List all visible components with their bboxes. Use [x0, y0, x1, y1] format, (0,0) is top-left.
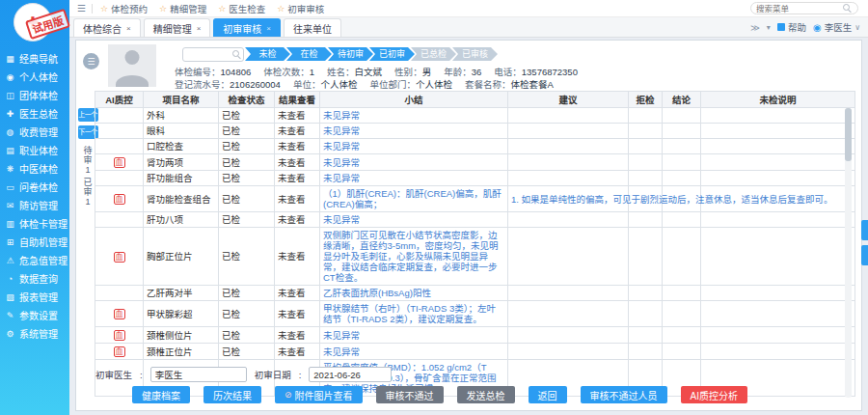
sidebar-item-label: 团体体检	[19, 88, 58, 102]
sidebar-item[interactable]: ✎ 参数设置	[0, 306, 69, 324]
not-checked-note-cell	[701, 139, 855, 154]
blood-alert-icon[interactable]: 血	[114, 330, 125, 341]
sidebar-item[interactable]: ⚙ 系统管理	[0, 324, 69, 343]
dock-collapse-tab[interactable]	[861, 220, 868, 240]
sidebar-item[interactable]: ◫ 团体体检	[0, 86, 69, 104]
action-button[interactable]: ⊘ 返回	[529, 386, 567, 403]
sidebar-item[interactable]: ❋ 中医体检	[0, 159, 69, 178]
person-list-toggle[interactable]: ☰	[83, 53, 99, 69]
table-row[interactable]: 血 肾功两项 已检 未查看 未见异常	[95, 154, 855, 171]
tab-close-icon[interactable]: ×	[126, 24, 131, 33]
table-row[interactable]: 血 肝功八项 已检 未查看 未见异常	[95, 212, 855, 228]
blood-alert-icon[interactable]: 血	[114, 157, 125, 168]
dock-collapse-tab[interactable]	[861, 245, 868, 265]
conclusion-cell	[663, 301, 701, 327]
tab-close-icon[interactable]: ×	[197, 24, 202, 33]
table-scrollbar-thumb[interactable]	[845, 108, 852, 161]
sidebar-item[interactable]: ▥ 体检卡管理	[0, 214, 69, 233]
patient-info-line1: 体检编号104806 体检次数1 姓名白文斌 性别男 年龄36	[175, 65, 578, 78]
sidebar-menu: ▦ 经典导航 ◉ 个人体检 ◫ 团体体检 ✚ 医生总检	[0, 49, 69, 343]
colon: :	[140, 370, 143, 380]
table-row[interactable]: 血 颈椎正位片 已检 未查看 未见异常	[95, 344, 855, 360]
not-checked-note-cell	[701, 286, 855, 301]
ai-qc-cell: 血	[95, 108, 144, 124]
table-row[interactable]: 血 颈椎侧位片 已检 未查看 未见异常	[95, 327, 855, 344]
sidebar-item-icon: ◍	[5, 127, 15, 137]
favorite-item[interactable]: ☆ 体检预约	[100, 2, 148, 15]
chevron-down-icon[interactable]: ▾	[767, 23, 771, 32]
favorite-item[interactable]: ☆ 精细管理	[159, 2, 206, 15]
hamburger-icon[interactable]: ☰	[77, 3, 86, 14]
blood-alert-icon[interactable]: 血	[114, 346, 125, 357]
check-status-cell: 已检	[219, 108, 275, 124]
table-row[interactable]: 血 甲状腺彩超 已检 未查看 甲状腺结节（右叶）（TI-RADS 3类）；左叶结…	[95, 301, 855, 327]
action-button[interactable]: ⊘ 审核不通过	[376, 386, 444, 403]
review-date-input[interactable]	[309, 367, 392, 382]
patient-avatar	[108, 44, 156, 87]
action-button[interactable]: ⊘ 附件图片查看	[275, 386, 363, 403]
menu-search-input[interactable]	[756, 4, 839, 14]
user-menu[interactable]: ◉ 李医生 ∨	[813, 20, 860, 34]
not-checked-note-cell	[701, 108, 855, 124]
table-row[interactable]: 血 眼科 已检 未查看 未见异常	[95, 124, 855, 139]
sidebar-item-label: 个人体检	[19, 69, 58, 84]
table-row[interactable]: 血 肝功能组合 已检 未查看 未见异常	[95, 171, 855, 186]
ai-qc-cell: 血	[95, 212, 144, 228]
table-header-cell: 小结	[320, 92, 508, 108]
action-button[interactable]: ⊘ 审核不通过人员	[581, 386, 667, 403]
table-row[interactable]: 血 胸部正位片 已检 未查看 双侧肺门区可见散在小结节状高密度影，边缘清晰，直径…	[95, 228, 855, 286]
action-button[interactable]: ⊘ 发送总检	[457, 386, 515, 403]
table-row[interactable]: 血 口腔检查 已检 未查看 未见异常	[95, 139, 855, 154]
tab-label: 体检综合	[83, 21, 122, 36]
tab[interactable]: 往来单位 ×	[284, 18, 341, 37]
overflow-tabs-icon[interactable]: ≫	[750, 22, 760, 33]
sidebar-item[interactable]: ▤ 职业体检	[0, 141, 69, 159]
sidebar-item[interactable]: ◔ 数据查询	[0, 269, 69, 288]
sidebar-item-icon: ✎	[5, 311, 15, 320]
check-status-cell: 已检	[219, 171, 275, 186]
patient-search-input[interactable]	[186, 50, 232, 60]
action-button-label: 附件图片查看	[295, 388, 353, 402]
action-button-label: AI质控分析	[691, 388, 738, 402]
ai-qc-cell: 血	[95, 154, 144, 171]
action-button[interactable]: ⊘ 健康档案	[132, 386, 190, 403]
help-button[interactable]: 帮助	[777, 20, 806, 34]
action-button[interactable]: ⊘ AI质控分析	[681, 386, 747, 403]
tab[interactable]: 体检综合 ×	[73, 18, 141, 37]
sidebar-item[interactable]: ◉ 个人体检	[0, 68, 69, 86]
blood-alert-icon[interactable]: 血	[114, 194, 125, 205]
info-field-value: 个人体检	[320, 79, 357, 90]
info-field: 单位部门个人体检	[369, 77, 452, 91]
table-row[interactable]: 血 外科 已检 未查看 未见异常	[95, 108, 855, 124]
advice-cell	[508, 286, 629, 301]
table-row[interactable]: 血 肾功能检查组合 已检 未查看 （1）肌酐(CREA)：肌酐(CREA)偏高，…	[95, 186, 855, 212]
sidebar-item[interactable]: ✚ 医生总检	[0, 104, 69, 123]
sidebar-item[interactable]: ⚠ 危急值管理	[0, 251, 69, 269]
blood-alert-icon[interactable]: 血	[114, 252, 125, 263]
sidebar-item[interactable]: ▧ 报表管理	[0, 288, 69, 306]
tab[interactable]: 精细管理 ×	[144, 18, 211, 37]
not-checked-note-cell	[701, 327, 855, 344]
tab-close-icon[interactable]: ×	[266, 24, 271, 33]
result-view-cell: 未查看	[275, 186, 320, 212]
sidebar-item[interactable]: ▦ 经典导航	[0, 49, 69, 68]
tab[interactable]: 初审审核 ×	[213, 18, 281, 37]
action-button-label: 返回	[538, 388, 557, 402]
sidebar-item[interactable]: ◍ 收费管理	[0, 123, 69, 141]
star-icon: ☆	[100, 4, 108, 14]
sidebar-item[interactable]: ⊞ 自助机管理	[0, 233, 69, 251]
not-checked-note-cell	[701, 301, 855, 327]
sidebar-item[interactable]: ✉ 随访管理	[0, 196, 69, 214]
favorite-item[interactable]: ☆ 医生检查	[218, 2, 265, 15]
sidebar-item[interactable]: ▭ 问卷体检	[0, 178, 69, 196]
action-button[interactable]: ⊘ 历次结果	[203, 386, 261, 403]
table-header-cell: 检查状态	[219, 92, 275, 108]
favorite-item[interactable]: ☆ 初审审核	[277, 2, 324, 15]
info-field-label: 性别	[394, 67, 422, 77]
reviewer-input[interactable]	[150, 367, 247, 382]
item-name-cell: 颈椎侧位片	[144, 327, 219, 344]
conclusion-cell	[663, 139, 701, 154]
table-row[interactable]: 血 乙肝两对半 已检 未查看 乙肝表面抗原(HBsAg)阳性	[95, 286, 855, 301]
reviewer-label: 初审医生	[95, 368, 132, 381]
blood-alert-icon[interactable]: 血	[114, 309, 125, 319]
